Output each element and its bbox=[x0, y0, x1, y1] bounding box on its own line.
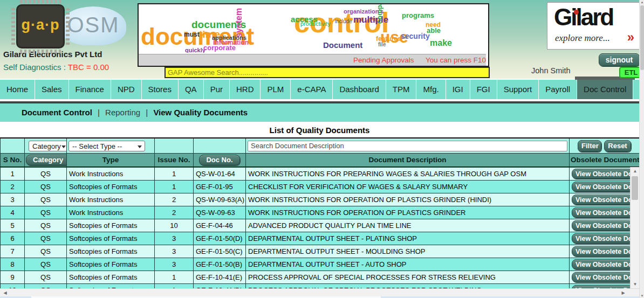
browser-scroll-thumb[interactable] bbox=[640, 5, 644, 70]
cell-obsolete-action: View Obsolete Doc bbox=[570, 193, 631, 206]
cell-issue-no: 3 bbox=[155, 232, 194, 245]
nav-item-hrd[interactable]: HRD bbox=[230, 80, 261, 99]
cell-s-no: 6 bbox=[1, 232, 25, 245]
diagnostics-value: TBC = 0.00 bbox=[68, 63, 109, 72]
cell-issue-no: 1 bbox=[155, 168, 194, 181]
doc-no-sort-button[interactable]: Doc No. bbox=[199, 155, 239, 165]
column-description: Document Description bbox=[246, 154, 570, 167]
nav-item-dashboard[interactable]: Dashboard bbox=[333, 80, 386, 99]
view-obsolete-doc-button[interactable]: View Obsolete Doc bbox=[572, 259, 631, 269]
ticker-text-1: Pending Approvals bbox=[353, 56, 414, 64]
cell-issue-no: 1 bbox=[155, 284, 194, 289]
brand-tagline: explore more... bbox=[555, 33, 610, 44]
browser-vertical-scrollbar[interactable]: ▲ ▼ bbox=[639, 0, 644, 298]
nav-item-npd[interactable]: NPD bbox=[111, 80, 142, 99]
filter-cell-category: Category bbox=[25, 138, 67, 154]
category-sort-button[interactable]: Category bbox=[26, 155, 67, 165]
nav-item-payroll[interactable]: Payroll bbox=[539, 80, 577, 99]
cell-issue-no: 2 bbox=[155, 206, 194, 219]
nav-item-finance[interactable]: Finance bbox=[69, 80, 111, 99]
cell-description: ADVANCED PRODUCT QUALITY PLAN TIME LINE bbox=[246, 219, 570, 232]
cell-issue-no: 1 bbox=[155, 181, 194, 193]
cell-issue-no: 3 bbox=[155, 245, 194, 258]
reset-button[interactable]: Reset bbox=[604, 140, 631, 152]
scroll-left-arrow-icon[interactable]: ◀ bbox=[1, 289, 9, 297]
cell-s-no: 7 bbox=[1, 245, 25, 258]
table-row: 10QSSoftcopies of Formats1GE-F-10-41(D)P… bbox=[1, 284, 631, 289]
table-horizontal-scrollbar[interactable]: ◀ ▶ bbox=[0, 288, 639, 296]
nav-item-tpm[interactable]: TPM bbox=[386, 80, 417, 99]
cell-doc-no: QS-W-09-63(A) bbox=[194, 193, 246, 206]
column-doc-no: Doc No. bbox=[194, 154, 246, 167]
nav-item-fgi[interactable]: FGI bbox=[470, 80, 497, 99]
nav-item-plm[interactable]: PLM bbox=[261, 80, 291, 99]
cell-description: DEPARTMENTAL OUTPUT SHEET - MOULDING SHO… bbox=[246, 245, 570, 258]
category-select[interactable]: Category bbox=[29, 141, 67, 151]
view-obsolete-doc-button[interactable]: View Obsolete Doc bbox=[572, 207, 631, 218]
filter-button[interactable]: Filter bbox=[578, 140, 601, 152]
cell-category: QS bbox=[25, 181, 67, 193]
nav-item-qa[interactable]: QA bbox=[179, 80, 204, 99]
view-obsolete-doc-button[interactable]: View Obsolete Doc bbox=[572, 220, 631, 231]
cell-doc-no: GE-F-01-50(C) bbox=[194, 245, 246, 258]
cell-doc-no: QS-W-01-64 bbox=[194, 168, 246, 181]
breadcrumb-module[interactable]: Document Control bbox=[22, 108, 92, 117]
nav-item-sales[interactable]: Sales bbox=[35, 80, 69, 99]
nav-item-doc-control[interactable]: Doc Control bbox=[577, 80, 633, 99]
scroll-up-arrow-icon[interactable]: ▲ bbox=[631, 167, 640, 175]
nav-item-igi[interactable]: IGI bbox=[446, 80, 470, 99]
type-select-value: -- Select Type -- bbox=[72, 142, 122, 150]
view-obsolete-doc-button[interactable]: View Obsolete Doc bbox=[572, 182, 631, 192]
cell-category: QS bbox=[25, 219, 67, 232]
cell-doc-no: QS-W-09-63 bbox=[194, 206, 246, 219]
signout-button[interactable]: signout bbox=[599, 53, 640, 66]
nav-item-e-capa[interactable]: e-CAPA bbox=[291, 80, 333, 99]
scroll-down-arrow-icon[interactable]: ▼ bbox=[631, 280, 640, 288]
cell-type: Softcopies of Formats bbox=[67, 232, 155, 245]
filter-cell-empty bbox=[1, 138, 25, 154]
scroll-up-arrow-icon[interactable]: ▲ bbox=[640, 1, 644, 4]
column-obsolete: Obsolete Document bbox=[570, 154, 640, 167]
table-row: 8QSSoftcopies of Formats3GE-F-01-50(B)DE… bbox=[1, 258, 631, 271]
nav-item-mfg[interactable]: Mfg. bbox=[416, 80, 446, 99]
view-obsolete-doc-button[interactable]: View Obsolete Doc bbox=[572, 272, 631, 282]
cell-doc-no: GE-F-01-95 bbox=[194, 181, 246, 193]
documents-table-scroll-area: 1QSWork Instructions1QS-W-01-64WORK INST… bbox=[0, 167, 639, 288]
nav-item-pur[interactable]: Pur bbox=[204, 80, 230, 99]
table-row: 4QSWork Instructions2QS-W-09-63WORK INST… bbox=[1, 206, 631, 219]
nav-item-stores[interactable]: Stores bbox=[142, 80, 179, 99]
nav-item-support[interactable]: Support bbox=[497, 80, 539, 99]
cell-category: QS bbox=[25, 232, 67, 245]
breadcrumb-section[interactable]: Reporting bbox=[105, 108, 140, 117]
cell-s-no: 4 bbox=[1, 206, 25, 219]
cell-type: Work Instructions bbox=[67, 193, 155, 206]
view-obsolete-doc-button[interactable]: View Obsolete Doc bbox=[572, 169, 631, 179]
table-row: 5QSSoftcopies of Formats10GE-F-04-46ADVA… bbox=[1, 219, 631, 232]
view-obsolete-doc-button[interactable]: View Obsolete Doc bbox=[572, 195, 631, 205]
wordcloud-word: corporate bbox=[203, 44, 236, 51]
cell-doc-no: GE-F-10-41(E) bbox=[194, 271, 246, 284]
scroll-right-arrow-icon[interactable]: ▶ bbox=[619, 289, 627, 297]
cell-doc-no: GE-F-01-50(B) bbox=[194, 258, 246, 271]
view-obsolete-doc-button[interactable]: View Obsolete Doc bbox=[572, 246, 631, 257]
cell-category: QS bbox=[25, 168, 67, 181]
cell-obsolete-action: View Obsolete Doc bbox=[570, 232, 631, 245]
gap-awesome-search-input[interactable] bbox=[165, 67, 490, 78]
cell-obsolete-action: View Obsolete Doc bbox=[570, 219, 631, 232]
vertical-scroll-thumb[interactable] bbox=[632, 176, 638, 200]
scroll-down-arrow-icon[interactable]: ▼ bbox=[640, 294, 644, 297]
cell-type: Softcopies of Formats bbox=[67, 219, 155, 232]
type-select[interactable]: -- Select Type -- bbox=[68, 141, 145, 151]
cell-category: QS bbox=[25, 193, 67, 206]
filter-cell-search bbox=[246, 138, 570, 154]
page: OSM g·a·p Gilard Electronics Pvt Ltd Sel… bbox=[0, 0, 644, 298]
breadcrumb-separator: | bbox=[146, 108, 148, 117]
cell-category: QS bbox=[25, 271, 67, 284]
table-vertical-scrollbar[interactable]: ▲ ▼ bbox=[630, 167, 639, 288]
nav-item-home[interactable]: Home bbox=[0, 80, 35, 99]
table-row: 2QSSoftcopies of Formats1GE-F-01-95CHECK… bbox=[1, 181, 631, 193]
view-obsolete-doc-button[interactable]: View Obsolete Doc bbox=[572, 233, 631, 244]
description-search-input[interactable] bbox=[248, 141, 567, 151]
cell-type: Work Instructions bbox=[67, 206, 155, 219]
wordcloud-word: must bbox=[184, 31, 200, 38]
